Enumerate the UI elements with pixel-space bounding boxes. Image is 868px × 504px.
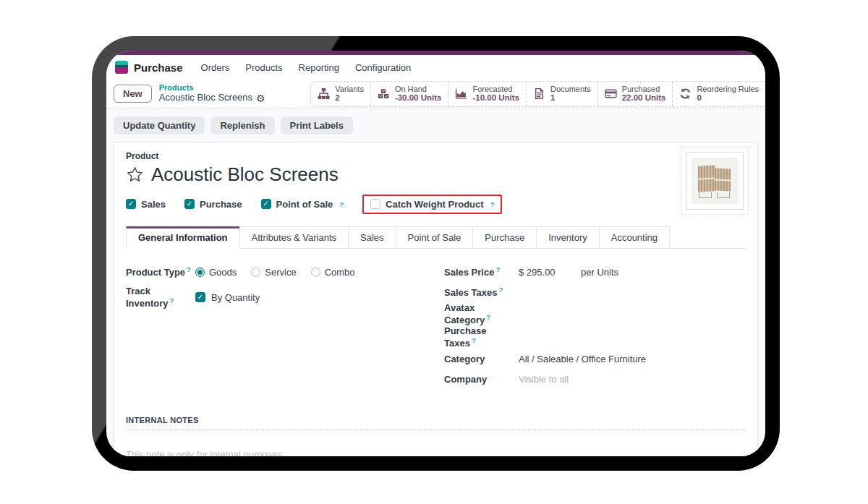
cubes-icon: [378, 87, 390, 100]
toggle-label: Point of Sale: [276, 199, 333, 210]
stat-reordering-rules[interactable]: Reordering Rules 0: [672, 82, 765, 106]
product-image[interactable]: [686, 152, 744, 210]
stat-on-hand[interactable]: On Hand -30.00 Units: [370, 82, 448, 106]
help-icon[interactable]: ?: [187, 265, 191, 273]
field-label: Avatax Category?: [444, 302, 519, 325]
stat-purchased[interactable]: Purchased 22.00 Units: [597, 82, 673, 106]
sales-price-value[interactable]: $ 295.00: [519, 267, 581, 278]
product-type-radios: Goods Service Combo: [195, 267, 355, 278]
internal-notes-input[interactable]: This note is only for internal purposes.: [126, 449, 746, 456]
company-placeholder[interactable]: Visible to all: [519, 374, 569, 385]
product-field-label: Product: [126, 151, 746, 161]
stat-label: Documents: [550, 85, 591, 94]
area-chart-icon: [455, 87, 467, 100]
help-icon[interactable]: ?: [486, 313, 490, 321]
menu-products[interactable]: Products: [237, 58, 290, 77]
help-icon[interactable]: ?: [170, 296, 174, 304]
field-purchase-taxes: Purchase Taxes?: [444, 325, 746, 349]
breadcrumb-current-label: Acoustic Bloc Screens: [159, 93, 252, 103]
refresh-icon: [679, 87, 692, 100]
toggle-label: Purchase: [200, 199, 242, 210]
replenish-button[interactable]: Replenish: [210, 116, 274, 134]
sales-price-unit-suffix: per Units: [581, 267, 618, 278]
help-icon[interactable]: ?: [339, 200, 344, 208]
product-name-title[interactable]: Acoustic Bloc Screens: [151, 163, 339, 186]
help-icon[interactable]: ?: [498, 286, 503, 294]
checkbox-checked-icon[interactable]: ✓: [261, 199, 271, 209]
stat-value: 22.00 Units: [622, 93, 666, 103]
favorite-star-icon[interactable]: [126, 166, 144, 184]
purchase-app-icon[interactable]: [115, 61, 128, 74]
track-inventory-checkbox-line[interactable]: ✓ By Quantity: [195, 292, 260, 303]
stat-value: 0: [697, 93, 759, 103]
acoustic-screen-picture: [692, 158, 738, 204]
field-company: Company Visible to all: [444, 370, 746, 390]
control-panel: New Products Acoustic Bloc Screens ⚙: [106, 80, 765, 108]
field-product-type: Product Type? Goods Service: [126, 262, 444, 282]
credit-card-icon: [605, 87, 617, 100]
field-label: Sales Taxes?: [444, 286, 519, 298]
stat-label: Purchased: [622, 85, 666, 94]
checkbox-checked-icon[interactable]: ✓: [126, 199, 136, 209]
tab-general-information[interactable]: General Information: [126, 226, 240, 249]
radio-unselected-icon[interactable]: [251, 268, 260, 277]
radio-goods[interactable]: Goods: [195, 267, 237, 278]
toggle-purchase[interactable]: ✓ Purchase: [184, 199, 242, 210]
stat-value: -30.00 Units: [395, 93, 442, 103]
device-frame: Purchase Orders Products Reporting Confi…: [92, 36, 780, 471]
menu-orders[interactable]: Orders: [193, 58, 238, 77]
app-window: Purchase Orders Products Reporting Confi…: [106, 51, 765, 456]
toggle-catch-weight-product-highlighted[interactable]: Catch Weight Product ?: [362, 195, 502, 214]
gear-icon[interactable]: ⚙: [256, 93, 265, 104]
radio-combo[interactable]: Combo: [311, 267, 355, 278]
tab-point-of-sale[interactable]: Point of Sale: [396, 226, 474, 249]
toggle-sales[interactable]: ✓ Sales: [126, 199, 166, 210]
radio-label: Goods: [209, 267, 237, 278]
breadcrumb: Products Acoustic Bloc Screens ⚙: [159, 83, 265, 104]
internal-notes-section: INTERNAL NOTES This note is only for int…: [126, 416, 746, 456]
app-name[interactable]: Purchase: [134, 61, 183, 74]
radio-unselected-icon[interactable]: [311, 268, 320, 277]
field-category: Category All / Saleable / Office Furnitu…: [444, 349, 746, 370]
field-track-inventory: Track Inventory? ✓ By Quantity: [126, 286, 444, 309]
update-quantity-button[interactable]: Update Quantity: [114, 116, 205, 134]
help-icon[interactable]: ?: [472, 336, 476, 344]
stat-label: On Hand: [395, 85, 442, 94]
menu-configuration[interactable]: Configuration: [347, 58, 419, 77]
toggle-point-of-sale[interactable]: ✓ Point of Sale ?: [261, 199, 344, 210]
tab-purchase[interactable]: Purchase: [472, 226, 537, 249]
field-label: Company: [444, 374, 519, 385]
stat-documents[interactable]: Documents 1: [526, 82, 597, 106]
stat-variants[interactable]: Variants 2: [311, 82, 370, 106]
internal-notes-title: INTERNAL NOTES: [126, 416, 746, 424]
radio-selected-icon[interactable]: [195, 268, 205, 277]
toggle-label: Sales: [141, 199, 166, 210]
checkbox-checked-icon[interactable]: ✓: [184, 199, 195, 209]
tab-attributes-variants[interactable]: Attributes & Variants: [239, 226, 349, 249]
field-label: Sales Price?: [444, 265, 519, 278]
stat-forecasted[interactable]: Forecasted -10.00 Units: [448, 82, 526, 106]
breadcrumb-products-link[interactable]: Products: [159, 83, 265, 93]
help-icon[interactable]: ?: [490, 200, 495, 208]
sitemap-icon: [318, 87, 330, 100]
menu-reporting[interactable]: Reporting: [291, 58, 347, 77]
main-navbar: Purchase Orders Products Reporting Confi…: [106, 55, 765, 80]
radio-service[interactable]: Service: [251, 267, 296, 278]
field-label: Category: [444, 354, 519, 364]
tab-sales[interactable]: Sales: [348, 226, 396, 249]
category-value[interactable]: All / Saleable / Office Furniture: [519, 354, 646, 364]
checkbox-checked-icon[interactable]: ✓: [195, 292, 205, 302]
stat-label: Forecasted: [472, 85, 519, 94]
field-avatax-category: Avatax Category?: [444, 302, 746, 325]
checkbox-unchecked-icon[interactable]: [370, 199, 380, 209]
tab-inventory[interactable]: Inventory: [536, 226, 599, 249]
breadcrumb-current: Acoustic Bloc Screens ⚙: [159, 93, 265, 104]
help-icon[interactable]: ?: [495, 265, 500, 273]
tab-accounting[interactable]: Accounting: [599, 226, 670, 249]
new-button[interactable]: New: [114, 85, 152, 103]
document-icon: [533, 87, 545, 100]
print-labels-button[interactable]: Print Labels: [281, 116, 353, 134]
field-label: Purchase Taxes?: [444, 325, 519, 349]
field-label: Product Type?: [126, 265, 195, 278]
toggle-label: Catch Weight Product: [386, 199, 484, 210]
